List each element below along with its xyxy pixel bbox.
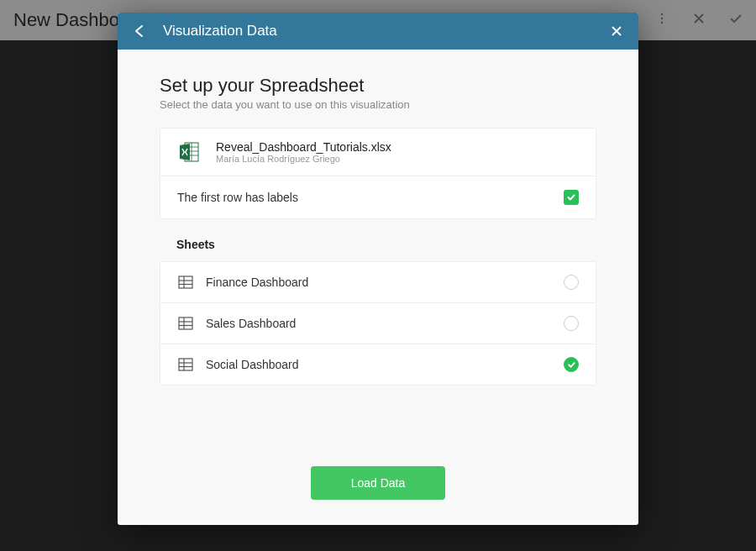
back-icon[interactable]: [131, 23, 148, 39]
excel-icon: [177, 140, 201, 164]
sheet-radio[interactable]: [564, 275, 579, 290]
sheets-section-label: Sheets: [160, 234, 596, 261]
modal-body: Set up your Spreadsheet Select the data …: [118, 50, 638, 449]
sheets-card: Finance Dashboard Sales Dashboard Social…: [160, 261, 596, 386]
file-name: Reveal_Dashboard_Tutorials.xlsx: [216, 140, 391, 154]
sheet-row-finance[interactable]: Finance Dashboard: [160, 262, 596, 302]
sheet-name: Sales Dashboard: [206, 317, 564, 330]
svg-rect-16: [179, 359, 192, 370]
modal-title: Visualization Data: [163, 23, 608, 39]
setup-subheading: Select the data you want to use on this …: [160, 98, 596, 111]
table-icon: [177, 274, 194, 291]
first-row-labels-row[interactable]: The first row has labels: [160, 176, 596, 218]
table-icon: [177, 315, 194, 332]
table-icon: [177, 356, 194, 373]
first-row-labels-checkbox[interactable]: [564, 190, 579, 205]
file-card: Reveal_Dashboard_Tutorials.xlsx María Lu…: [160, 128, 596, 219]
file-owner: María Lucía Rodríguez Griego: [216, 154, 391, 164]
sheet-radio[interactable]: [564, 316, 579, 331]
file-row[interactable]: Reveal_Dashboard_Tutorials.xlsx María Lu…: [160, 129, 596, 176]
modal-close-icon[interactable]: [608, 23, 625, 39]
sheet-radio-selected[interactable]: [564, 357, 579, 372]
sheet-row-sales[interactable]: Sales Dashboard: [160, 302, 596, 344]
first-row-labels-text: The first row has labels: [177, 191, 298, 204]
sheet-name: Finance Dashboard: [206, 276, 564, 289]
visualization-data-modal: Visualization Data Set up your Spreadshe…: [118, 13, 638, 525]
sheet-row-social[interactable]: Social Dashboard: [160, 344, 596, 385]
load-data-button[interactable]: Load Data: [311, 466, 446, 500]
modal-footer: Load Data: [118, 449, 638, 525]
setup-heading: Set up your Spreadsheet: [160, 75, 596, 97]
modal-header: Visualization Data: [118, 13, 638, 50]
file-info: Reveal_Dashboard_Tutorials.xlsx María Lu…: [216, 140, 391, 164]
sheet-name: Social Dashboard: [206, 358, 564, 371]
svg-rect-12: [179, 317, 192, 329]
svg-rect-8: [179, 276, 192, 288]
